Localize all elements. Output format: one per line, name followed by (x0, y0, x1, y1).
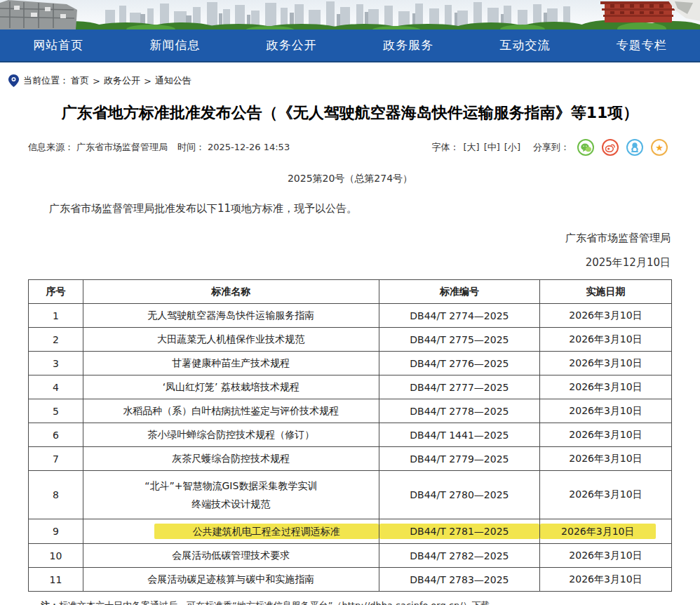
cell-name: 大田蔬菜无人机植保作业技术规范 (83, 328, 379, 352)
cell-date: 2026年3月10日 (540, 544, 672, 568)
cell-no: 1 (29, 304, 83, 328)
table-row: 7 灰茶尺蠖综合防控技术规程 DB44/T 2779—2025 2026年3月1… (29, 447, 672, 471)
cell-date: 2026年3月10日 (540, 375, 672, 399)
city-skyline-graphic (0, 0, 700, 29)
cell-no: 8 (29, 471, 83, 519)
cell-code: DB44/T 2778—2025 (379, 399, 539, 423)
document-number: 2025第20号（总第274号） (28, 173, 672, 185)
font-size-small-button[interactable]: [小] (504, 141, 520, 154)
cell-no: 10 (29, 544, 83, 568)
cell-no: 7 (29, 447, 83, 471)
table-row: 10 会展活动低碳管理技术要求 DB44/T 2782—2025 2026年3月… (29, 544, 672, 568)
breadcrumb-separator: > (93, 76, 100, 86)
cell-code: DB44/T 2774—2025 (379, 304, 539, 328)
font-size-large-button[interactable]: [大] (464, 141, 480, 154)
font-size-medium-button[interactable]: [中] (484, 141, 500, 154)
qq-share-icon[interactable] (626, 139, 643, 156)
footnote-text: 标准文本六十日内备案通过后，可在标准委“地方标准信息服务平台”（http://d… (59, 600, 499, 605)
signature-date: 2025年12月10日 (28, 256, 672, 270)
cell-date: 2026年3月10日 (540, 568, 672, 592)
footnote: 注：标准文本六十日内备案通过后，可在标准委“地方标准信息服务平台”（http:/… (28, 599, 672, 605)
cell-code: DB44/T 2776—2025 (379, 352, 539, 375)
cell-date: 2026年3月10日 (540, 304, 672, 328)
table-row: 3 甘薯健康种苗生产技术规程 DB44/T 2776—2025 2026年3月1… (29, 352, 672, 375)
highlight-band: 2026年3月10日 (540, 524, 656, 539)
article-meta: 信息来源：广东省市场监督管理局时间：2025-12-26 14:53 字体： [… (28, 139, 672, 156)
cell-name-line2: 终端技术设计规范 (86, 495, 376, 513)
cell-no: 6 (29, 423, 83, 447)
nav-item-gov-disclosure[interactable]: 政务公开 (234, 37, 350, 53)
highlight-band: DB44/T 2781—2025 (379, 524, 539, 539)
breadcrumb: 当前位置： 首页 > 政务公开 > 通知公告 (0, 62, 700, 91)
source-value: 广东省市场监督管理局 (76, 142, 168, 152)
main-nav: 网站首页 新闻信息 政务公开 政务服务 互动交流 专题专栏 (0, 29, 700, 62)
nav-item-news[interactable]: 新闻信息 (116, 37, 233, 53)
cell-name: 灰茶尺蠖综合防控技术规程 (83, 447, 379, 471)
cell-code: DB44/T 2777—2025 (379, 375, 539, 399)
cell-date: 2026年3月10日 (540, 471, 672, 519)
nav-item-interaction[interactable]: 互动交流 (466, 37, 583, 53)
cell-code: DB44/T 2775—2025 (379, 328, 539, 352)
weibo-share-icon[interactable] (602, 139, 619, 156)
cell-date: 2026年3月10日 (540, 399, 672, 423)
weibo-glyph (605, 143, 615, 152)
cell-name-line1: “北斗”+智慧物流GIS数据采集教学实训 (86, 477, 376, 495)
breadcrumb-notices[interactable]: 通知公告 (155, 74, 191, 87)
nav-item-gov-services[interactable]: 政务服务 (350, 37, 466, 53)
qq-penguin-glyph (631, 142, 639, 152)
cell-date: 2026年3月10日 (540, 519, 672, 544)
cell-name: 会展活动碳足迹核算与碳中和实施指南 (83, 568, 379, 592)
page-title: 广东省地方标准批准发布公告（《无人驾驶航空器海岛快件运输服务指南》等11项） (28, 102, 672, 124)
cell-name: ‘凤山红灯笼’ 荔枝栽培技术规程 (83, 375, 379, 399)
wechat-glyph (581, 143, 591, 152)
table-row-highlighted: 9 公共建筑机电工程全过程调适标准 DB44/T 2781—2025 2026年… (29, 519, 672, 544)
breadcrumb-gov-disclosure[interactable]: 政务公开 (104, 74, 140, 87)
cell-no: 4 (29, 375, 83, 399)
col-header-date: 实施日期 (540, 280, 672, 304)
wechat-share-icon[interactable] (577, 139, 594, 156)
share-label: 分享到： (533, 141, 570, 154)
table-row: 2 大田蔬菜无人机植保作业技术规范 DB44/T 2775—2025 2026年… (29, 328, 672, 352)
col-header-name: 标准名称 (83, 280, 379, 304)
cell-date: 2026年3月10日 (540, 447, 672, 471)
footnote-label: 注： (41, 600, 59, 605)
cell-no: 11 (29, 568, 83, 592)
qzone-share-icon[interactable]: ★ (651, 139, 668, 156)
highlight-band: 公共建筑机电工程全过程调适标准 (154, 524, 379, 539)
cell-name: “北斗”+智慧物流GIS数据采集教学实训 终端技术设计规范 (83, 471, 379, 519)
table-row: 8 “北斗”+智慧物流GIS数据采集教学实训 终端技术设计规范 DB44/T 2… (29, 471, 672, 519)
cell-date: 2026年3月10日 (540, 328, 672, 352)
standards-table: 序号 标准名称 标准编号 实施日期 1 无人驾驶航空器海岛快件运输服务指南 DB… (28, 279, 672, 592)
table-header-row: 序号 标准名称 标准编号 实施日期 (29, 280, 672, 304)
cell-no: 9 (29, 519, 83, 544)
breadcrumb-label: 当前位置： (23, 74, 69, 87)
cell-code: DB44/T 2779—2025 (379, 447, 539, 471)
article-source-time: 信息来源：广东省市场监督管理局时间：2025-12-26 14:53 (28, 141, 292, 154)
table-row: 11 会展活动碳足迹核算与碳中和实施指南 DB44/T 2783—2025 20… (29, 568, 672, 592)
cell-no: 3 (29, 352, 83, 375)
cell-date: 2026年3月10日 (540, 423, 672, 447)
cell-name: 水稻品种（系）白叶枯病抗性鉴定与评价技术规程 (83, 399, 379, 423)
time-value: 2025-12-26 14:53 (208, 142, 290, 152)
location-pin-icon (8, 74, 19, 87)
table-row: 5 水稻品种（系）白叶枯病抗性鉴定与评价技术规程 DB44/T 2778—202… (29, 399, 672, 423)
cell-no: 5 (29, 399, 83, 423)
nav-item-home[interactable]: 网站首页 (0, 37, 116, 53)
cell-date: 2026年3月10日 (540, 352, 672, 375)
cell-name: 茶小绿叶蝉综合防控技术规程（修订） (83, 423, 379, 447)
cell-code: DB44/T 2782—2025 (379, 544, 539, 568)
page: 网站首页 新闻信息 政务公开 政务服务 互动交流 专题专栏 当前位置： 首页 >… (0, 0, 700, 605)
cell-no: 2 (29, 328, 83, 352)
breadcrumb-separator: > (144, 76, 152, 86)
header-banner-image (0, 0, 700, 29)
cell-name: 甘薯健康种苗生产技术规程 (83, 352, 379, 375)
col-header-code: 标准编号 (379, 280, 539, 304)
font-share-controls: 字体： [大] [中] [小] 分享到： (432, 139, 672, 156)
breadcrumb-home[interactable]: 首页 (71, 74, 89, 87)
cell-code: DB44/T 2781—2025 (379, 519, 539, 544)
cell-code: DB44/T 2780—2025 (379, 471, 539, 519)
nav-item-special-topics[interactable]: 专题专栏 (584, 37, 700, 53)
col-header-no: 序号 (29, 280, 83, 304)
cell-code: DB44/T 1441—2025 (379, 423, 539, 447)
cell-name: 无人驾驶航空器海岛快件运输服务指南 (83, 304, 379, 328)
